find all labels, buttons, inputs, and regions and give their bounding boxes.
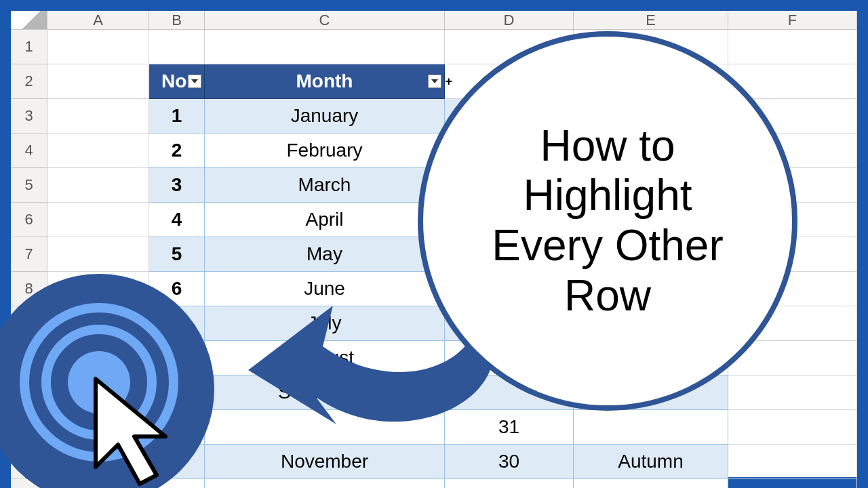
cell[interactable] [149, 30, 205, 64]
cell-month[interactable]: February [205, 134, 445, 168]
cell[interactable] [47, 134, 149, 168]
cell-no[interactable]: 1 [149, 99, 205, 134]
cell-season[interactable] [574, 410, 728, 445]
cell[interactable] [47, 64, 149, 99]
column-header-row: A B C D E F [11, 11, 857, 30]
row-header[interactable]: 7 [11, 237, 47, 272]
cell-season[interactable]: Winter [574, 479, 728, 488]
cell[interactable] [728, 410, 857, 445]
cell[interactable] [205, 30, 445, 64]
col-header-A[interactable]: A [47, 11, 149, 30]
cell-no[interactable]: 3 [149, 168, 205, 203]
cell-month[interactable] [205, 410, 445, 445]
title-callout: How to Highlight Every Other Row [418, 31, 797, 411]
cell-month[interactable]: December [205, 479, 445, 488]
filter-dropdown-icon[interactable] [428, 75, 441, 88]
cell-month[interactable]: January [205, 99, 445, 134]
cell-month[interactable]: June [205, 272, 445, 306]
filter-dropdown-icon[interactable] [188, 75, 201, 88]
app-frame: A B C D E F 1 2 No. Month [0, 0, 868, 488]
row-header[interactable]: 5 [11, 168, 47, 203]
col-header-B[interactable]: B [149, 11, 205, 30]
cell-month[interactable]: November [205, 445, 445, 479]
row-header[interactable]: 3 [11, 99, 47, 134]
cell[interactable] [47, 99, 149, 134]
cell-days[interactable]: 31 [445, 479, 574, 488]
cell[interactable] [47, 168, 149, 203]
header-label: Month [296, 70, 353, 92]
cell-days[interactable]: 30 [445, 445, 574, 479]
row-header[interactable]: 2 [11, 64, 47, 99]
row-header[interactable]: 6 [11, 203, 47, 237]
cell[interactable] [728, 375, 857, 410]
col-header-D[interactable]: D [445, 11, 574, 30]
cell[interactable] [47, 30, 149, 64]
cell-month[interactable]: August [205, 341, 445, 375]
cell-month[interactable]: July [205, 306, 445, 341]
cell[interactable] [728, 445, 857, 479]
cell-month[interactable]: September [205, 375, 445, 410]
cell-no[interactable]: 2 [149, 134, 205, 168]
callout-line: Row [564, 271, 651, 320]
callout-line: Every Other [492, 221, 723, 270]
cell-no[interactable]: 4 [149, 203, 205, 237]
cell-month[interactable]: May [205, 237, 445, 272]
grid-row: 1 [11, 30, 857, 64]
cell-no[interactable]: 5 [149, 237, 205, 272]
col-header-C[interactable]: C [205, 11, 445, 30]
row-header[interactable]: 1 [11, 30, 47, 64]
col-header-E[interactable]: E [574, 11, 728, 30]
callout-text: How to Highlight Every Other Row [465, 94, 750, 348]
cursor-logo-icon [0, 274, 214, 488]
table-header-no[interactable]: No. [149, 64, 205, 99]
row-header[interactable]: 4 [11, 134, 47, 168]
cell-month[interactable]: April [205, 203, 445, 237]
cell[interactable] [47, 203, 149, 237]
callout-line: Highlight [523, 171, 692, 220]
cell[interactable] [728, 30, 857, 64]
callout-line: How to [540, 121, 675, 170]
col-header-F[interactable]: F [728, 11, 857, 30]
table-header-month[interactable]: Month + [205, 64, 445, 99]
cell-days[interactable]: 31 [445, 410, 574, 445]
select-all-corner[interactable] [11, 11, 47, 30]
cell[interactable] [728, 479, 857, 488]
cell-season[interactable]: Autumn [574, 445, 728, 479]
cell-month[interactable]: March [205, 168, 445, 203]
cell[interactable] [47, 237, 149, 272]
